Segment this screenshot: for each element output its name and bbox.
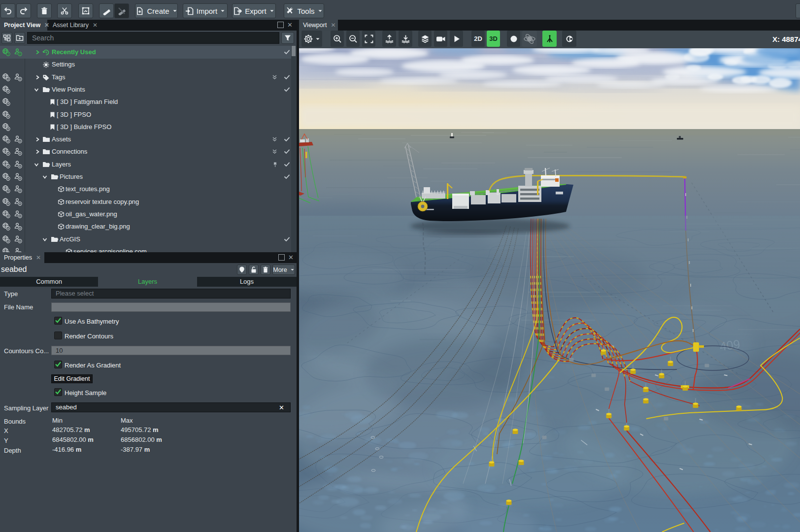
- svg-text:409: 409: [719, 337, 741, 353]
